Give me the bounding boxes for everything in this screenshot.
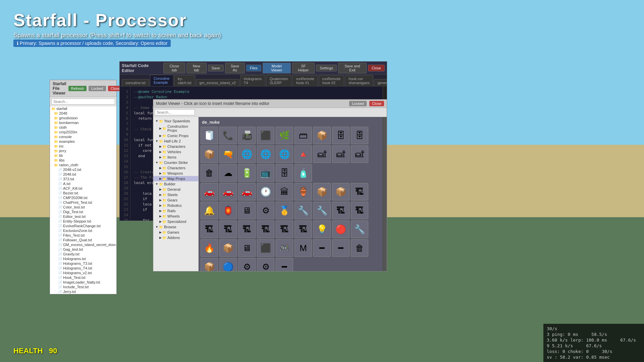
editor-tab[interactable]: Holograms T4 <box>240 75 265 86</box>
file-tree-item[interactable]: 📄Holograms_v2.txt <box>50 270 116 275</box>
model-tree-item[interactable]: ▶📁Weapons <box>153 171 198 176</box>
file-tree-item[interactable]: 📄Holograms_T4.txt <box>50 266 116 270</box>
editor-tab[interactable]: Quaternion SLERP <box>266 75 291 86</box>
model-tree-item[interactable]: ▶📁Rails <box>153 208 198 214</box>
model-item[interactable]: 🏗 <box>257 221 274 238</box>
editor-close-button[interactable]: Close <box>368 65 385 71</box>
file-tree-item[interactable]: 📁examples <box>50 139 116 144</box>
model-tree-item[interactable]: ▶📁Construction Props <box>153 124 198 133</box>
file-tree-item[interactable]: 📄2048.txt <box>50 172 116 177</box>
model-item[interactable]: 🛋 <box>313 145 331 163</box>
model-item[interactable]: 🏗 <box>351 183 368 200</box>
file-tree-item[interactable]: 📄ChatPrint_Test.txt <box>50 200 116 205</box>
model-item[interactable]: 🏗 <box>238 221 256 238</box>
model-item[interactable]: 🗄 <box>332 127 350 144</box>
model-item[interactable]: 📦 <box>313 183 331 200</box>
model-item[interactable]: ━ <box>332 239 350 257</box>
model-item[interactable]: ⚙ <box>238 258 256 271</box>
model-item[interactable]: 🔧 <box>313 202 331 219</box>
model-item[interactable]: 🧻 <box>201 127 218 144</box>
model-item[interactable]: 🛋 <box>351 145 368 163</box>
model-tree-item[interactable]: ▼📁Counter-Strike <box>153 160 198 165</box>
file-tree-item[interactable]: 📄Color_test.txt <box>50 205 116 209</box>
model-grid[interactable]: de_nuke 🧻📞📠⬛🌿🗃📦🗄🗄📦🔫🌐🌐🌐🔺🛋🛋🛋🗑☁🔋📺🗄🧴🚗🚗🚗🕐🏛🏺📦📦… <box>199 117 383 271</box>
save-as-button[interactable]: Save As <box>225 63 245 73</box>
model-tree-item[interactable]: ▶📁Vehicles <box>153 149 198 155</box>
model-item[interactable]: 🏗 <box>276 221 293 238</box>
file-tree-item[interactable]: 📄ACF_Kill.txt <box>50 186 116 191</box>
model-tree-item[interactable]: ▶📁Games <box>153 230 198 235</box>
file-tree-item[interactable]: 📁console <box>50 134 116 139</box>
editor-tab[interactable]: try-catch.txt <box>174 75 195 86</box>
model-item[interactable]: 🏗 <box>201 221 218 238</box>
file-tree-item[interactable]: 📁radon_cloth <box>50 163 116 167</box>
file-tree-item[interactable]: 📄Follower_Quat.txt <box>50 238 116 242</box>
model-item[interactable]: 🌐 <box>276 145 293 163</box>
model-item[interactable]: 🚗 <box>219 183 237 200</box>
file-tree[interactable]: 📁starfall📁2048📁gmodvision📁bomberman📁clot… <box>50 106 116 294</box>
file-tree-item[interactable]: 📄Entity-Stepper.txt <box>50 219 116 224</box>
save-and-exit-button[interactable]: Save and Exit <box>338 63 367 73</box>
model-item[interactable]: ⬛ <box>257 127 274 144</box>
file-tree-item[interactable]: 📁bomberman <box>50 120 116 125</box>
model-item[interactable]: 🔥 <box>201 239 218 257</box>
model-item[interactable]: ☁ <box>219 164 237 182</box>
editor-tab[interactable]: runRemote hook #2 <box>319 75 344 86</box>
editor-tab[interactable]: coroutine.txt <box>122 79 149 86</box>
model-tree-item[interactable]: ▶📁Gears <box>153 197 198 203</box>
locked-button[interactable]: Locked <box>89 86 106 91</box>
file-tree-item[interactable]: 📁gmodvision <box>50 116 116 120</box>
model-item[interactable]: 🏛 <box>276 183 293 200</box>
model-tree[interactable]: ▼📁Your Spawnlists▶📁Construction Props▶📁C… <box>153 117 199 271</box>
model-item[interactable]: ⬛ <box>257 239 274 257</box>
model-item[interactable]: 🔔 <box>201 202 218 219</box>
file-tree-item[interactable]: 📄Holograms_T3.txt <box>50 261 116 266</box>
model-item[interactable]: 🥇 <box>276 202 293 219</box>
file-tree-item[interactable]: 📁starfall <box>50 106 116 111</box>
model-item[interactable]: 🔴 <box>332 221 350 238</box>
model-tree-item[interactable]: ▶📁Map Props <box>153 176 198 181</box>
model-tree-item[interactable]: ▶📁Specialized <box>153 219 198 224</box>
model-item[interactable]: 🏗 <box>294 221 312 238</box>
model-item[interactable]: 🏗 <box>219 221 237 238</box>
file-tree-item[interactable]: 📄Jerry.txt <box>50 289 116 294</box>
model-item[interactable]: 🎮 <box>276 239 293 257</box>
model-item[interactable]: 🗄 <box>351 127 368 144</box>
file-tree-item[interactable]: 📁cmp2020m <box>50 130 116 134</box>
model-item[interactable]: 🏮 <box>219 202 237 219</box>
file-tree-item[interactable]: 📄A.txt <box>50 181 116 186</box>
model-item[interactable]: 📦 <box>313 127 331 144</box>
model-tree-item[interactable]: ▼📁Your Spawnlists <box>153 118 198 124</box>
files-button[interactable]: Files <box>246 65 261 71</box>
model-item[interactable]: 📦 <box>201 258 218 271</box>
file-tree-item[interactable]: 📄Gag_test.txt <box>50 247 116 252</box>
model-tree-item[interactable]: ▶📁Characters <box>153 144 198 149</box>
file-tree-item[interactable]: 📁inc <box>50 144 116 148</box>
model-tree-item[interactable]: ▶📁Robotics <box>153 203 198 208</box>
editor-tab[interactable]: hook.run shenanigans <box>345 75 373 86</box>
editor-tab[interactable]: Coroutine Example <box>150 75 173 86</box>
model-item[interactable]: 🌐 <box>257 145 274 163</box>
model-viewer-close-button[interactable]: Close <box>369 101 384 106</box>
model-item[interactable]: 🏗 <box>332 202 350 219</box>
file-tree-item[interactable]: 📄2048-v2.txt <box>50 167 116 172</box>
model-item[interactable]: 🕐 <box>257 183 274 200</box>
model-item[interactable]: 🌿 <box>276 127 293 144</box>
file-tree-item[interactable]: 📄Files_Test.txt <box>50 233 116 238</box>
file-tree-item[interactable]: 📄CMP2020M.txt <box>50 195 116 200</box>
model-item[interactable]: 📦 <box>332 183 350 200</box>
model-item[interactable]: 📦 <box>201 145 218 163</box>
model-item[interactable]: 🏺 <box>294 183 312 200</box>
file-tree-item[interactable]: 📄Gravity.txt <box>50 252 116 256</box>
file-tree-item[interactable]: 📄Holograms.txt <box>50 256 116 261</box>
model-item[interactable]: 🧴 <box>294 164 312 182</box>
model-item[interactable]: ━ <box>276 258 293 271</box>
model-tree-item[interactable]: ▶📁Addons <box>153 235 198 240</box>
file-tree-item[interactable]: 📄Hook_Test.txt <box>50 275 116 280</box>
file-tree-item[interactable]: 📄EvolveRankChange.txt <box>50 224 116 228</box>
model-viewer-scrollbar[interactable] <box>383 117 387 271</box>
model-tree-item[interactable]: ▶📁Comic Props <box>153 133 198 138</box>
file-tree-item[interactable]: 📁cloth <box>50 125 116 130</box>
model-viewer-locked-button[interactable]: Locked <box>349 101 366 106</box>
model-item[interactable]: 📠 <box>238 127 256 144</box>
